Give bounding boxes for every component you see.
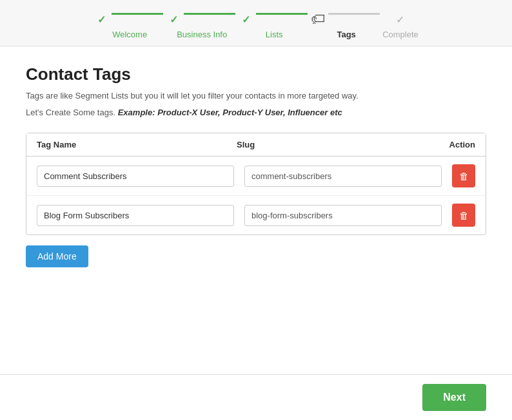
- trash-icon-1: 🗑: [459, 171, 469, 182]
- step-welcome: ✓ Welcome: [94, 12, 166, 39]
- description-text2: Let's Create Some tags.: [26, 108, 115, 117]
- main-content: Contact Tags Tags are like Segment Lists…: [0, 46, 512, 374]
- example-label: Example:: [118, 108, 155, 117]
- delete-button-2[interactable]: 🗑: [452, 204, 475, 227]
- step-lists-label: Lists: [266, 30, 283, 39]
- complete-check-icon: ✓: [393, 12, 408, 27]
- line-4: [328, 13, 380, 15]
- table-header: Tag Name Slug Action: [26, 133, 486, 157]
- col-header-name: Tag Name: [37, 140, 237, 149]
- step-business-label: Business Info: [177, 30, 227, 39]
- tag-slug-input-1[interactable]: [244, 166, 442, 187]
- page-title: Contact Tags: [26, 64, 486, 84]
- description-line1: Tags are like Segment Lists but you it w…: [26, 90, 486, 102]
- step-complete-label: Complete: [382, 30, 418, 39]
- example-text: Product-X User, Product-Y User, Influenc…: [157, 108, 342, 117]
- description-line2: Let's Create Some tags. Example: Product…: [26, 106, 486, 119]
- tag-table: Tag Name Slug Action 🗑 🗑: [26, 133, 486, 235]
- line-1: [112, 13, 163, 15]
- table-row: 🗑: [26, 196, 486, 234]
- tag-name-input-2[interactable]: [37, 205, 234, 226]
- welcome-check-icon: ✓: [94, 12, 109, 27]
- table-row: 🗑: [26, 157, 486, 196]
- line-2: [184, 13, 235, 15]
- delete-button-1[interactable]: 🗑: [452, 164, 475, 187]
- tags-tag-icon: 🏷: [310, 12, 326, 27]
- col-header-action: Action: [437, 140, 475, 149]
- col-header-slug: Slug: [237, 140, 437, 149]
- page-container: ✓ Welcome ✓ Business Info ✓ Lists 🏷: [0, 0, 512, 420]
- footer: Next: [0, 374, 512, 420]
- step-lists: ✓ Lists: [238, 12, 310, 39]
- lists-check-icon: ✓: [238, 12, 253, 27]
- step-business-info: ✓ Business Info: [166, 12, 238, 39]
- step-tags-label: Tags: [337, 30, 355, 39]
- add-more-button[interactable]: Add More: [26, 245, 88, 267]
- stepper: ✓ Welcome ✓ Business Info ✓ Lists 🏷: [0, 0, 512, 46]
- business-check-icon: ✓: [166, 12, 181, 27]
- step-tags: 🏷 Tags: [310, 12, 382, 39]
- line-3: [256, 13, 308, 15]
- tag-name-input-1[interactable]: [37, 166, 234, 187]
- next-button[interactable]: Next: [422, 384, 486, 411]
- step-welcome-label: Welcome: [112, 30, 147, 39]
- trash-icon-2: 🗑: [459, 210, 469, 221]
- step-complete: ✓ Complete: [382, 12, 418, 39]
- tag-slug-input-2[interactable]: [244, 205, 442, 226]
